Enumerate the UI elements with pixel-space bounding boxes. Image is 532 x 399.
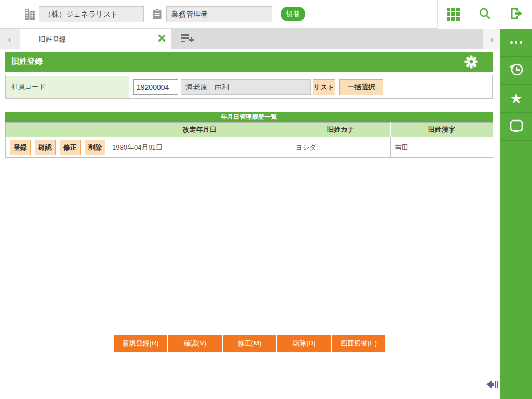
table-header-row: 改定年月日 旧姓カナ 旧姓漢字 bbox=[6, 123, 493, 137]
main-content: 旧姓登録 社員コード リスト 一括選択 bbox=[0, 49, 500, 399]
column-actions bbox=[6, 123, 108, 137]
right-sidebar: ★ bbox=[500, 29, 532, 399]
screen-switch-button[interactable]: 画面切替(E) bbox=[332, 335, 385, 352]
favorite-star-icon: ★ bbox=[510, 91, 523, 106]
search-icon bbox=[478, 7, 491, 22]
memo-note-icon bbox=[509, 119, 524, 134]
more-ellipsis-icon bbox=[510, 41, 522, 44]
employee-code-form-row: 社員コード リスト 一括選択 bbox=[5, 75, 493, 99]
history-clock-icon bbox=[508, 62, 525, 79]
collapse-panel-arrow-icon[interactable] bbox=[486, 379, 499, 390]
apps-grid-button[interactable] bbox=[437, 0, 469, 29]
tab-scroll-right-button[interactable]: › bbox=[483, 29, 500, 49]
memo-button[interactable] bbox=[500, 113, 532, 141]
row-register-button[interactable]: 登録 bbox=[10, 140, 31, 155]
column-revision-date: 改定年月日 bbox=[108, 123, 291, 137]
modify-button[interactable]: 修正(M) bbox=[223, 335, 276, 352]
top-bar: 切替 bbox=[0, 0, 532, 29]
tab-strip bbox=[171, 29, 483, 49]
row-action-buttons: 登録 確認 修正 削除 bbox=[10, 140, 108, 155]
confirm-button[interactable]: 確認(V) bbox=[168, 335, 222, 352]
cell-revision-date: 1980年04月01日 bbox=[108, 137, 291, 158]
row-delete-button[interactable]: 削除 bbox=[85, 140, 105, 155]
favorites-button[interactable]: ★ bbox=[500, 85, 532, 113]
role-input[interactable] bbox=[166, 6, 272, 22]
more-options-button[interactable] bbox=[500, 29, 532, 57]
new-register-button[interactable]: 新規登録(R) bbox=[114, 335, 167, 352]
top-right-actions bbox=[437, 0, 532, 29]
gear-icon[interactable] bbox=[464, 55, 478, 69]
logout-button[interactable] bbox=[500, 0, 532, 29]
new-tab-icon[interactable] bbox=[178, 32, 196, 46]
employee-code-label: 社員コード bbox=[6, 76, 129, 98]
history-table: 年月日管理履歴一覧 改定年月日 旧姓カナ 旧姓漢字 登録 確認 bbox=[5, 112, 493, 158]
table-row: 登録 確認 修正 削除 1980年04月01日 ヨシダ 吉田 bbox=[6, 137, 493, 158]
tab-bar: ‹ 旧姓登録 › bbox=[0, 29, 500, 49]
bulk-select-button[interactable]: 一括選択 bbox=[339, 79, 383, 95]
list-button[interactable]: リスト bbox=[313, 79, 335, 95]
page-title: 旧姓登録 bbox=[11, 57, 43, 66]
page-header: 旧姓登録 bbox=[5, 52, 493, 72]
employee-name-field bbox=[181, 79, 311, 95]
row-modify-button[interactable]: 修正 bbox=[60, 140, 81, 155]
building-icon bbox=[24, 8, 35, 22]
search-button[interactable] bbox=[469, 0, 500, 29]
column-old-name-kanji: 旧姓漢字 bbox=[391, 123, 493, 137]
tab-close-icon[interactable] bbox=[157, 34, 166, 44]
employee-code-input[interactable] bbox=[133, 79, 178, 95]
delete-button[interactable]: 削除(D) bbox=[277, 335, 331, 352]
clipboard-icon bbox=[152, 8, 162, 22]
history-button[interactable] bbox=[500, 57, 532, 85]
row-confirm-button[interactable]: 確認 bbox=[35, 140, 56, 155]
tab-label: 旧姓登録 bbox=[39, 35, 66, 44]
apps-grid-icon bbox=[447, 8, 460, 21]
column-old-name-kana: 旧姓カナ bbox=[291, 123, 391, 137]
cell-old-name-kana: ヨシダ bbox=[291, 137, 391, 158]
footer-action-buttons: 新規登録(R) 確認(V) 修正(M) 削除(D) 画面切替(E) bbox=[114, 335, 385, 352]
tab-old-name-registration[interactable]: 旧姓登録 bbox=[20, 29, 171, 49]
tab-scroll-left-button[interactable]: ‹ bbox=[0, 29, 20, 49]
history-table-title: 年月日管理履歴一覧 bbox=[5, 112, 493, 122]
logout-icon bbox=[509, 7, 524, 22]
switch-button[interactable]: 切替 bbox=[281, 7, 305, 21]
cell-old-name-kanji: 吉田 bbox=[391, 137, 493, 158]
company-input[interactable] bbox=[39, 6, 144, 22]
